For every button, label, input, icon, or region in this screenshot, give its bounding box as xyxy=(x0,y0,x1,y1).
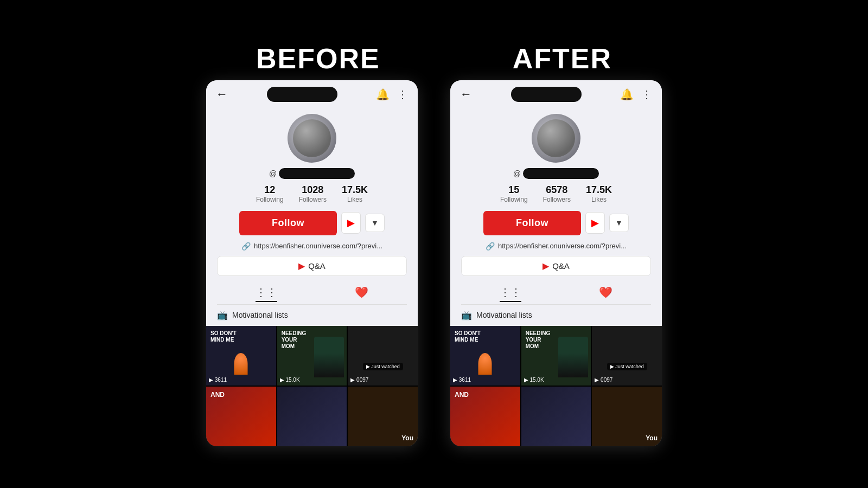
before-label: BEFORE xyxy=(256,42,380,75)
at-symbol-before: @ xyxy=(269,169,277,178)
after-yt-button[interactable]: ▶ xyxy=(585,212,605,234)
before-follow-button[interactable]: Follow xyxy=(239,211,337,235)
after-video-4-text: AND xyxy=(455,391,469,399)
after-username-bar xyxy=(523,168,599,179)
before-video-3[interactable]: ▶ Just watched ▶ 0097 xyxy=(348,326,418,386)
bell-icon[interactable]: 🔔 xyxy=(376,88,390,101)
before-dropdown-button[interactable]: ▼ xyxy=(365,214,385,232)
before-stats-row: 12 Following 1028 Followers 17.5K Likes xyxy=(256,184,368,203)
after-video-1[interactable]: SO DON'TMIND ME ▶ 3611 xyxy=(450,326,520,386)
tab-liked-after[interactable]: ❤️ xyxy=(599,286,612,302)
before-link-row: 🔗 https://benfisher.onuniverse.com/?prev… xyxy=(241,242,382,251)
after-video-1-count: ▶ 3611 xyxy=(453,377,471,383)
after-stat-followers: 6578 Followers xyxy=(543,184,571,203)
mlist-icon-before: 📺 xyxy=(217,310,228,320)
before-phone: ← 🔔 ⋮ @ 12 xyxy=(206,80,418,446)
before-followers-label: Followers xyxy=(299,196,327,203)
before-video-1[interactable]: SO DON'TMIND ME ▶ 3611 xyxy=(206,326,276,386)
after-stats-row: 15 Following 6578 Followers 17.5K Likes xyxy=(500,184,612,203)
after-more-icon[interactable]: ⋮ xyxy=(641,88,652,101)
mlist-icon-after: 📺 xyxy=(461,310,472,320)
before-action-row: Follow ▶ ▼ xyxy=(239,211,385,235)
after-following-label: Following xyxy=(500,196,528,203)
tab-liked-before[interactable]: ❤️ xyxy=(355,286,368,302)
after-youtube-icon: ▶ xyxy=(591,217,599,229)
after-link-text[interactable]: https://benfisher.onuniverse.com/?previ.… xyxy=(498,242,627,250)
before-qa-text: Q&A xyxy=(308,261,326,271)
after-video-4[interactable]: AND xyxy=(450,387,520,446)
before-video-6[interactable]: You xyxy=(348,387,418,446)
after-video-2[interactable]: NEEDINGYOURMOM ▶ 15.0K xyxy=(521,326,591,386)
after-topbar-right: 🔔 ⋮ xyxy=(620,88,652,101)
after-bell-icon[interactable]: 🔔 xyxy=(620,88,634,101)
grid-icon-before: ⋮⋮ xyxy=(256,286,277,299)
after-qa-row[interactable]: ▶ Q&A xyxy=(461,256,651,276)
before-video-4-text: AND xyxy=(210,391,225,399)
grid-icon-after: ⋮⋮ xyxy=(500,286,521,299)
before-video-1-text: SO DON'TMIND ME xyxy=(210,330,237,343)
tab-grid-before[interactable]: ⋮⋮ xyxy=(256,286,277,302)
after-video-6-text: You xyxy=(646,434,658,442)
more-icon[interactable]: ⋮ xyxy=(397,88,408,101)
topbar-right: 🔔 ⋮ xyxy=(376,88,408,101)
after-avatar-inner xyxy=(537,119,575,157)
after-back-icon[interactable]: ← xyxy=(460,87,472,101)
after-dropdown-button[interactable]: ▼ xyxy=(609,214,629,232)
after-video-2-count: ▶ 15.0K xyxy=(524,377,544,383)
before-qa-row[interactable]: ▶ Q&A xyxy=(217,256,407,276)
link-icon-before: 🔗 xyxy=(241,242,251,251)
before-video-2-text: NEEDINGYOURMOM xyxy=(282,330,307,350)
before-video-grid: SO DON'TMIND ME ▶ 3611 NEEDINGYOURMOM ▶ … xyxy=(206,326,418,446)
after-topbar: ← 🔔 ⋮ xyxy=(450,80,662,108)
labels-row: BEFORE AFTER xyxy=(190,42,678,75)
after-followers-label: Followers xyxy=(543,196,571,203)
before-video-5[interactable] xyxy=(277,387,347,446)
before-video-4[interactable]: AND xyxy=(206,387,276,446)
after-likes-label: Likes xyxy=(591,196,607,203)
just-watched-badge-before: ▶ Just watched xyxy=(363,363,403,370)
before-username-blur xyxy=(267,87,337,102)
before-mlist-text: Motivational lists xyxy=(232,311,288,319)
after-mlist-text: Motivational lists xyxy=(476,311,532,319)
after-profile-section: @ 15 Following 6578 Followers 17.5K xyxy=(450,108,662,305)
after-video-2-text: NEEDINGYOURMOM xyxy=(526,330,551,350)
phones-row: ← 🔔 ⋮ @ 12 xyxy=(206,80,662,446)
after-video-6[interactable]: You xyxy=(592,387,662,446)
after-tabs-row: ⋮⋮ ❤️ xyxy=(461,281,651,305)
before-video-3-count: ▶ 0097 xyxy=(350,377,368,383)
back-icon[interactable]: ← xyxy=(216,87,228,101)
after-username-row: @ xyxy=(513,168,599,179)
person-silhouette-after-1 xyxy=(478,353,492,375)
after-stat-likes: 17.5K Likes xyxy=(586,184,612,203)
after-label: AFTER xyxy=(513,42,612,75)
hat-person-2 xyxy=(314,337,344,377)
main-container: BEFORE AFTER ← 🔔 ⋮ @ xyxy=(0,0,868,488)
youtube-icon: ▶ xyxy=(347,217,355,229)
qa-icon-after: ▶ xyxy=(542,261,549,271)
before-stat-followers: 1028 Followers xyxy=(299,184,327,203)
heart-icon-before: ❤️ xyxy=(355,286,368,299)
before-topbar: ← 🔔 ⋮ xyxy=(206,80,418,108)
before-yt-button[interactable]: ▶ xyxy=(341,212,361,234)
before-stat-following: 12 Following xyxy=(256,184,284,203)
person-silhouette-1 xyxy=(234,353,248,375)
after-action-row: Follow ▶ ▼ xyxy=(483,211,629,235)
before-likes-label: Likes xyxy=(347,196,362,203)
after-video-1-text: SO DON'TMIND ME xyxy=(455,330,481,343)
after-follow-button[interactable]: Follow xyxy=(483,211,581,235)
before-mlist-row: 📺 Motivational lists xyxy=(206,305,418,326)
before-username-bar xyxy=(279,168,355,179)
after-mlist-row: 📺 Motivational lists xyxy=(450,305,662,326)
after-followers-value: 6578 xyxy=(546,184,567,196)
tab-grid-after[interactable]: ⋮⋮ xyxy=(500,286,521,302)
after-video-3[interactable]: ▶ Just watched ▶ 0097 xyxy=(592,326,662,386)
before-link-text[interactable]: https://benfisher.onuniverse.com/?previ.… xyxy=(254,242,382,250)
after-following-value: 15 xyxy=(508,184,519,196)
just-watched-badge-after: ▶ Just watched xyxy=(607,363,647,370)
after-link-row: 🔗 https://benfisher.onuniverse.com/?prev… xyxy=(486,242,627,251)
after-video-5[interactable] xyxy=(521,387,591,446)
after-likes-value: 17.5K xyxy=(586,184,612,196)
before-followers-value: 1028 xyxy=(302,184,323,196)
after-phone: ← 🔔 ⋮ @ 15 xyxy=(450,80,662,446)
before-video-2[interactable]: NEEDINGYOURMOM ▶ 15.0K xyxy=(277,326,347,386)
